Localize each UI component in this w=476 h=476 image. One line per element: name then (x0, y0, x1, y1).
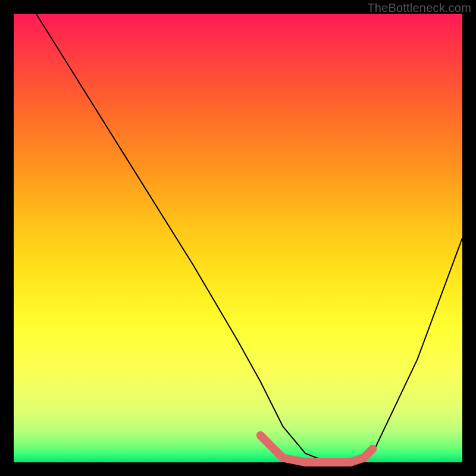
chart-svg (14, 14, 462, 462)
floor-band-path (261, 436, 373, 462)
curve-path (36, 14, 462, 462)
watermark-text: TheBottleneck.com (367, 1, 471, 15)
chart-plot-area (14, 14, 462, 462)
